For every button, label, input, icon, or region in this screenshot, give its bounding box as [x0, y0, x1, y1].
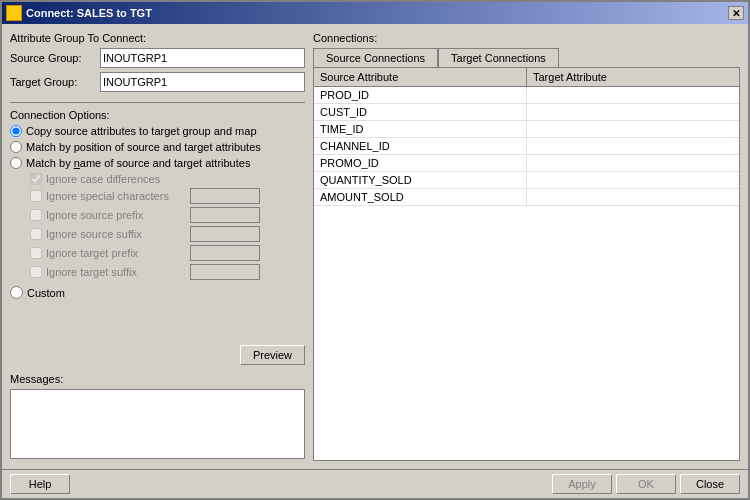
checkbox-special: Ignore special characters: [30, 188, 305, 204]
divider-1: [10, 102, 305, 103]
checkbox-case: Ignore case differences: [30, 173, 305, 185]
preview-button[interactable]: Preview: [240, 345, 305, 365]
table-header: Source Attribute Target Attribute: [314, 68, 739, 87]
source-cell: CUST_ID: [314, 104, 527, 120]
checkbox-src-prefix: Ignore source prefix: [30, 207, 305, 223]
table-body: PROD_ID CUST_ID TIME_ID CHANNEL_ID PROMO…: [314, 87, 739, 457]
source-group-select[interactable]: INOUTGRP1: [100, 48, 305, 68]
title-bar-left: ⚡ Connect: SALES to TGT: [6, 5, 152, 21]
checkbox-src-prefix-label: Ignore source prefix: [46, 209, 186, 221]
apply-button[interactable]: Apply: [552, 474, 612, 494]
checkbox-tgt-suffix-label: Ignore target suffix: [46, 266, 186, 278]
checkbox-tgt-suffix-text[interactable]: [190, 264, 260, 280]
checkbox-special-input[interactable]: [30, 190, 42, 202]
source-group-wrapper: INOUTGRP1: [100, 48, 305, 68]
source-cell: CHANNEL_ID: [314, 138, 527, 154]
table-row[interactable]: PROMO_ID: [314, 155, 739, 172]
messages-section: Messages:: [10, 373, 305, 461]
checkbox-tgt-prefix-text[interactable]: [190, 245, 260, 261]
checkbox-tgt-suffix-input[interactable]: [30, 266, 42, 278]
tabs-row: Source Connections Target Connections: [313, 48, 740, 67]
radio-position: Match by position of source and target a…: [10, 141, 305, 153]
checkbox-src-suffix-input[interactable]: [30, 228, 42, 240]
help-button[interactable]: Help: [10, 474, 70, 494]
source-cell: PROD_ID: [314, 87, 527, 103]
close-icon[interactable]: ✕: [728, 6, 744, 20]
connection-options-label: Connection Options:: [10, 109, 305, 121]
messages-textarea[interactable]: [10, 389, 305, 459]
bottom-bar: Help Apply OK Close: [2, 469, 748, 498]
target-group-select[interactable]: INOUTGRP1: [100, 72, 305, 92]
checkbox-special-text[interactable]: [190, 188, 260, 204]
target-cell: [527, 155, 739, 171]
checkbox-src-suffix: Ignore source suffix: [30, 226, 305, 242]
target-cell: [527, 138, 739, 154]
target-group-wrapper: INOUTGRP1: [100, 72, 305, 92]
table-row[interactable]: PROD_ID: [314, 87, 739, 104]
bottom-right-buttons: Apply OK Close: [552, 474, 740, 494]
table-row[interactable]: CUST_ID: [314, 104, 739, 121]
main-content: Attribute Group To Connect: Source Group…: [2, 24, 748, 469]
target-group-label: Target Group:: [10, 76, 100, 88]
radio-copy: Copy source attributes to target group a…: [10, 125, 305, 137]
col-target-attribute: Target Attribute: [527, 68, 739, 86]
custom-label: Custom: [27, 287, 65, 299]
radio-position-input[interactable]: [10, 141, 22, 153]
window-title: Connect: SALES to TGT: [26, 7, 152, 19]
messages-label: Messages:: [10, 373, 305, 385]
match-name-section: Ignore case differences Ignore special c…: [30, 173, 305, 280]
source-cell: QUANTITY_SOLD: [314, 172, 527, 188]
ok-button[interactable]: OK: [616, 474, 676, 494]
table-row[interactable]: CHANNEL_ID: [314, 138, 739, 155]
tab-source-connections[interactable]: Source Connections: [313, 48, 438, 67]
connections-label: Connections:: [313, 32, 740, 44]
tab-target-connections[interactable]: Target Connections: [438, 48, 559, 67]
col-source-attribute: Source Attribute: [314, 68, 527, 86]
radio-group: Copy source attributes to target group a…: [10, 125, 305, 169]
checkbox-tgt-suffix: Ignore target suffix: [30, 264, 305, 280]
checkbox-special-label: Ignore special characters: [46, 190, 186, 202]
checkbox-src-prefix-text[interactable]: [190, 207, 260, 223]
table-row[interactable]: AMOUNT_SOLD: [314, 189, 739, 206]
radio-name-label: Match by name of source and target attri…: [26, 157, 250, 169]
target-cell: [527, 121, 739, 137]
checkbox-case-label: Ignore case differences: [46, 173, 186, 185]
target-cell: [527, 87, 739, 103]
checkbox-tgt-prefix: Ignore target prefix: [30, 245, 305, 261]
checkbox-src-prefix-input[interactable]: [30, 209, 42, 221]
radio-name-input[interactable]: [10, 157, 22, 169]
target-cell: [527, 189, 739, 205]
source-cell: PROMO_ID: [314, 155, 527, 171]
checkbox-tgt-prefix-input[interactable]: [30, 247, 42, 259]
target-group-row: Target Group: INOUTGRP1: [10, 72, 305, 92]
source-cell: TIME_ID: [314, 121, 527, 137]
connections-table: Source Attribute Target Attribute PROD_I…: [313, 67, 740, 461]
radio-position-label: Match by position of source and target a…: [26, 141, 261, 153]
window-icon: ⚡: [6, 5, 22, 21]
main-window: ⚡ Connect: SALES to TGT ✕ Attribute Grou…: [0, 0, 750, 500]
checkbox-src-suffix-text[interactable]: [190, 226, 260, 242]
checkbox-case-input[interactable]: [30, 173, 42, 185]
table-row[interactable]: QUANTITY_SOLD: [314, 172, 739, 189]
table-row[interactable]: TIME_ID: [314, 121, 739, 138]
custom-row: Custom: [10, 286, 305, 299]
radio-copy-input[interactable]: [10, 125, 22, 137]
radio-name: Match by name of source and target attri…: [10, 157, 305, 169]
source-cell: AMOUNT_SOLD: [314, 189, 527, 205]
attribute-group-label: Attribute Group To Connect:: [10, 32, 305, 44]
target-cell: [527, 104, 739, 120]
left-panel: Attribute Group To Connect: Source Group…: [10, 32, 305, 461]
source-group-label: Source Group:: [10, 52, 100, 64]
close-button[interactable]: Close: [680, 474, 740, 494]
source-group-row: Source Group: INOUTGRP1: [10, 48, 305, 68]
checkbox-src-suffix-label: Ignore source suffix: [46, 228, 186, 240]
preview-row: Preview: [10, 337, 305, 365]
right-panel: Connections: Source Connections Target C…: [313, 32, 740, 461]
title-bar: ⚡ Connect: SALES to TGT ✕: [2, 2, 748, 24]
target-cell: [527, 172, 739, 188]
radio-custom-input[interactable]: [10, 286, 23, 299]
radio-copy-label: Copy source attributes to target group a…: [26, 125, 257, 137]
checkbox-tgt-prefix-label: Ignore target prefix: [46, 247, 186, 259]
